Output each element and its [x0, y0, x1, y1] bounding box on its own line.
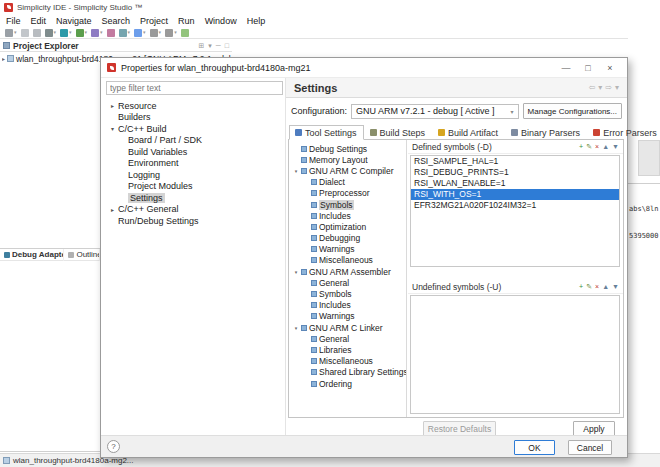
properties-tree-item[interactable]: ▸ Resource [105, 100, 283, 112]
help-button[interactable]: ? [107, 440, 120, 453]
toolbar-icon[interactable] [107, 29, 115, 37]
restore-defaults-button[interactable]: Restore Defaults [423, 421, 496, 436]
list-action-icon[interactable]: ▲ [602, 143, 609, 150]
list-action-icon[interactable]: ▲ [602, 283, 609, 290]
tool-settings-tree-item[interactable]: ▾ GNU ARM Assembler [289, 266, 406, 277]
close-icon[interactable]: × [599, 63, 621, 73]
tool-settings-tree-item[interactable]: ▾ GNU ARM C Linker [289, 322, 406, 333]
toolbar-icon[interactable]: ▾ [150, 29, 162, 37]
view-toolbar-icon[interactable]: □ [225, 42, 229, 50]
settings-tab[interactable]: Tool Settings [289, 125, 364, 140]
manage-configurations-button[interactable]: Manage Configurations... [523, 103, 622, 119]
view-toolbar-icon[interactable]: ⊞ [198, 42, 204, 50]
tool-settings-tree-item[interactable]: Includes [289, 300, 406, 311]
apply-button[interactable]: Apply [573, 421, 615, 436]
toolbar-icon[interactable] [33, 29, 41, 37]
tool-settings-tree-item[interactable]: Preprocessor [289, 188, 406, 199]
tool-settings-tree-item[interactable]: Optimization [289, 221, 406, 232]
undefined-symbols-list[interactable] [410, 295, 620, 414]
maximize-icon[interactable]: □ [577, 63, 599, 73]
properties-tree-item[interactable]: Run/Debug Settings [105, 215, 283, 227]
toolbar-icon[interactable]: ▾ [91, 29, 103, 37]
view-toolbar-icon[interactable]: ─ [216, 42, 221, 50]
menu-item[interactable]: Project [140, 16, 168, 26]
history-nav-icon[interactable]: ▾ [615, 83, 619, 92]
panel-tab[interactable]: Outline [64, 249, 100, 261]
history-nav-icon[interactable]: ⇨ [605, 83, 612, 92]
defined-symbol-row[interactable]: RSI_WLAN_ENABLE=1 [411, 178, 619, 189]
history-nav-icon[interactable]: ▾ [598, 83, 602, 92]
defined-symbols-list[interactable]: RSI_SAMPLE_HAL=1RSI_DEBUG_PRINTS=1RSI_WL… [410, 155, 620, 267]
properties-tree-item[interactable]: Builders [105, 112, 283, 124]
settings-tab[interactable]: Error Parsers [587, 125, 660, 140]
toolbar-icon[interactable]: ▾ [45, 29, 57, 37]
properties-tree-item[interactable]: Build Variables [105, 146, 283, 158]
tree-expander-icon[interactable]: ▾ [293, 325, 299, 331]
tree-expander-icon[interactable]: ▾ [293, 168, 299, 174]
dialog-titlebar[interactable]: Properties for wlan_throughput-brd4180a-… [101, 58, 627, 78]
properties-tree-item[interactable]: ▾ C/C++ Build [105, 123, 283, 135]
properties-tree-item[interactable]: Environment [105, 158, 283, 170]
tool-settings-tree-item[interactable]: Debug Settings [289, 143, 406, 154]
menu-item[interactable]: File [6, 16, 21, 26]
panel-tab[interactable]: Debug Adapters [0, 249, 64, 261]
tree-expander-icon[interactable]: ▸ [109, 206, 116, 213]
list-action-icon[interactable]: ✎ [586, 143, 592, 150]
filter-input[interactable] [106, 81, 283, 95]
list-action-icon[interactable]: ▼ [612, 283, 619, 290]
tool-settings-tree-item[interactable]: General [289, 277, 406, 288]
tool-settings-tree-item[interactable]: Shared Library Settings [289, 367, 406, 378]
tree-expander-icon[interactable]: ▾ [109, 125, 116, 132]
toolbar-icon[interactable] [181, 29, 189, 37]
list-action-icon[interactable]: × [595, 283, 599, 290]
tool-settings-tree-item[interactable]: Miscellaneous [289, 255, 406, 266]
configuration-select[interactable]: GNU ARM v7.2.1 - debug [ Active ] ▾ [351, 104, 519, 119]
tab-project-explorer[interactable]: Project Explorer [3, 41, 79, 51]
tree-expander-icon[interactable]: ▾ [293, 269, 299, 275]
properties-tree-item[interactable]: Project Modules [105, 181, 283, 193]
minimize-icon[interactable]: — [555, 63, 577, 73]
tool-settings-tree-item[interactable]: Memory Layout [289, 154, 406, 165]
history-nav-icon[interactable]: ⇦ [589, 83, 596, 92]
list-action-icon[interactable]: ✎ [586, 283, 592, 290]
properties-tree-item[interactable]: Board / Part / SDK [105, 135, 283, 147]
cancel-button[interactable]: Cancel [568, 440, 612, 455]
tool-settings-tree-item[interactable]: ▾ GNU ARM C Compiler [289, 165, 406, 176]
settings-tab[interactable]: Build Steps [364, 125, 433, 140]
list-action-icon[interactable]: + [579, 283, 583, 290]
toolbar-icon[interactable] [21, 29, 29, 37]
properties-tree-item[interactable]: Logging [105, 169, 283, 181]
tool-settings-tree-item[interactable]: Warnings [289, 244, 406, 255]
tool-settings-tree-item[interactable]: Includes [289, 210, 406, 221]
defined-symbol-row[interactable]: EFR32MG21A020F1024IM32=1 [411, 200, 619, 211]
settings-tab[interactable]: Build Artifact [432, 125, 505, 140]
list-action-icon[interactable]: + [579, 143, 583, 150]
defined-symbol-row[interactable]: RSI_WITH_OS=1 [411, 189, 619, 200]
settings-tab[interactable]: Binary Parsers [505, 125, 587, 140]
tool-settings-tree-item[interactable]: Libraries [289, 344, 406, 355]
toolbar-icon[interactable]: ▾ [165, 29, 177, 37]
tool-settings-tree-item[interactable]: Symbols [289, 288, 406, 299]
menu-item[interactable]: Navigate [56, 16, 92, 26]
toolbar-icon[interactable]: ▾ [60, 29, 72, 37]
menu-item[interactable]: Search [102, 16, 131, 26]
tool-settings-tree-item[interactable]: Warnings [289, 311, 406, 322]
toolbar-icon[interactable]: ▾ [134, 29, 146, 37]
toolbar-icon[interactable]: ▾ [119, 29, 131, 37]
tool-settings-tree-item[interactable]: Dialect [289, 177, 406, 188]
tool-settings-tree-item[interactable]: Miscellaneous [289, 356, 406, 367]
tool-settings-tree-item[interactable]: General [289, 333, 406, 344]
menu-item[interactable]: Help [247, 16, 266, 26]
tree-expander-icon[interactable]: ▸ [2, 55, 5, 62]
list-action-icon[interactable]: ▼ [612, 143, 619, 150]
toolbar-icon[interactable]: ▾ [5, 29, 17, 37]
view-toolbar-icon[interactable]: ▾ [208, 42, 212, 50]
defined-symbol-row[interactable]: RSI_DEBUG_PRINTS=1 [411, 167, 619, 178]
properties-tree-item[interactable]: ▸ C/C++ General [105, 204, 283, 216]
tool-settings-tree-item[interactable]: Ordering [289, 378, 406, 389]
defined-symbol-row[interactable]: RSI_SAMPLE_HAL=1 [411, 156, 619, 167]
properties-tree-item[interactable]: Settings [105, 192, 283, 204]
toolbar-icon[interactable]: ▾ [76, 29, 88, 37]
menu-item[interactable]: Edit [31, 16, 47, 26]
menu-item[interactable]: Window [205, 16, 237, 26]
